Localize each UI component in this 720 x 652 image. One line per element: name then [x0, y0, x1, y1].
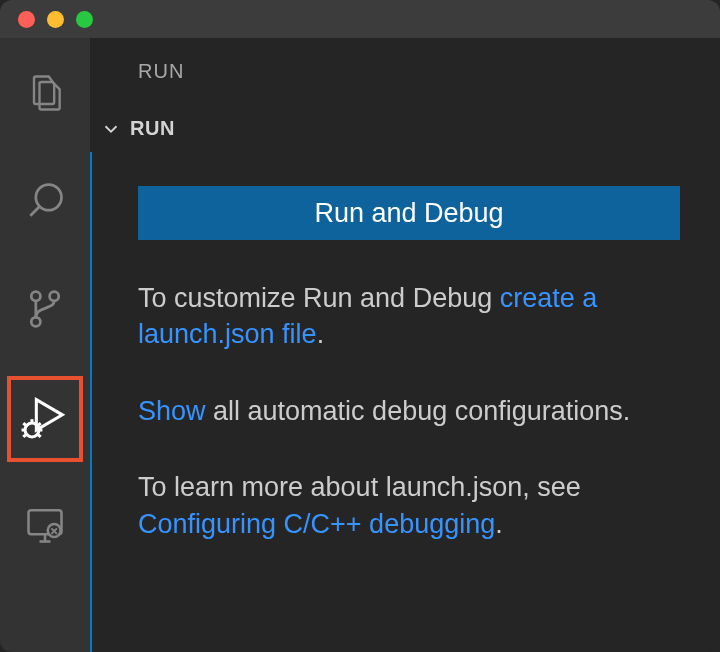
svg-point-4: [31, 317, 40, 326]
editor-window: RUN RUN Run and Debug To customize Run a…: [0, 0, 720, 652]
titlebar: [0, 0, 720, 38]
run-debug-icon: [19, 391, 71, 447]
svg-point-0: [36, 185, 62, 211]
maximize-window-button[interactable]: [76, 11, 93, 28]
svg-point-3: [31, 292, 40, 301]
run-section-body: Run and Debug To customize Run and Debug…: [90, 152, 720, 652]
remote-explorer-icon: [23, 503, 67, 551]
learn-prefix: To learn more about launch.json, see: [138, 472, 581, 502]
svg-line-7: [23, 423, 26, 426]
files-icon: [23, 71, 67, 119]
learn-suffix: .: [495, 509, 503, 539]
activity-bar: [0, 38, 90, 652]
svg-point-2: [50, 292, 59, 301]
svg-line-11: [23, 434, 26, 437]
run-sidebar: RUN RUN Run and Debug To customize Run a…: [90, 38, 720, 652]
run-and-debug-button[interactable]: Run and Debug: [138, 186, 680, 240]
show-configs-text: Show all automatic debug configurations.: [138, 393, 680, 429]
minimize-window-button[interactable]: [47, 11, 64, 28]
learn-more-text: To learn more about launch.json, see Con…: [138, 469, 680, 542]
svg-line-1: [30, 207, 39, 216]
run-section-label: RUN: [130, 117, 175, 140]
body-area: RUN RUN Run and Debug To customize Run a…: [0, 38, 720, 652]
activity-remote-explorer[interactable]: [7, 484, 83, 570]
activity-run-debug[interactable]: [7, 376, 83, 462]
run-section-header[interactable]: RUN: [90, 117, 720, 152]
close-window-button[interactable]: [18, 11, 35, 28]
search-icon: [23, 179, 67, 227]
svg-line-8: [38, 423, 41, 426]
source-control-icon: [23, 287, 67, 335]
sidebar-title: RUN: [90, 60, 720, 117]
activity-explorer[interactable]: [7, 52, 83, 138]
activity-source-control[interactable]: [7, 268, 83, 354]
customize-text: To customize Run and Debug create a laun…: [138, 280, 680, 353]
chevron-down-icon: [100, 118, 122, 140]
show-link[interactable]: Show: [138, 396, 206, 426]
activity-search[interactable]: [7, 160, 83, 246]
customize-prefix: To customize Run and Debug: [138, 283, 500, 313]
svg-line-12: [38, 434, 41, 437]
configuring-debugging-link[interactable]: Configuring C/C++ debugging: [138, 509, 495, 539]
customize-suffix: .: [317, 319, 325, 349]
show-suffix: all automatic debug configurations.: [206, 396, 631, 426]
